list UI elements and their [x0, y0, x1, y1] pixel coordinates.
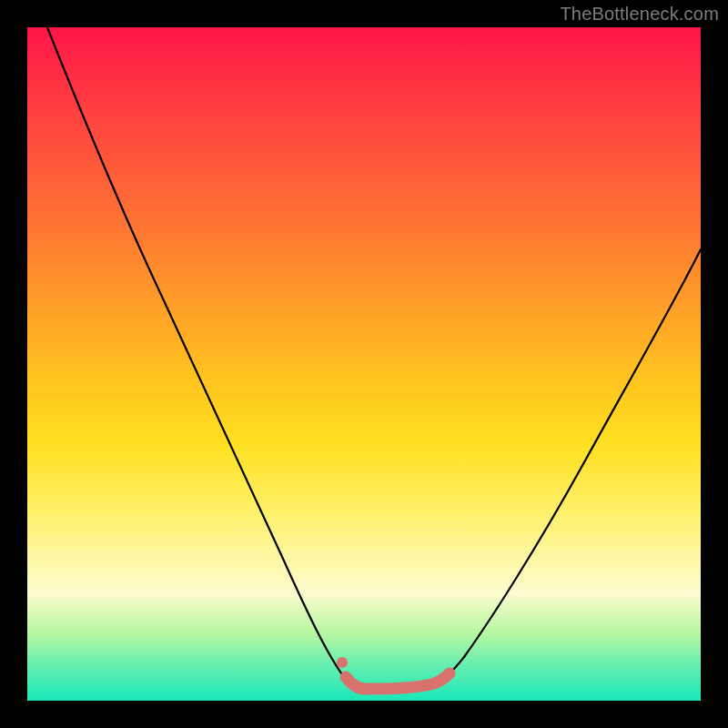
curve-layer — [27, 27, 701, 701]
watermark-text: TheBottleneck.com — [560, 4, 719, 25]
plot-area — [27, 27, 701, 701]
highlight-start-dot — [337, 657, 348, 668]
bottleneck-curve — [47, 27, 701, 689]
chart-frame: TheBottleneck.com — [0, 0, 728, 728]
highlight-segment — [346, 673, 450, 689]
